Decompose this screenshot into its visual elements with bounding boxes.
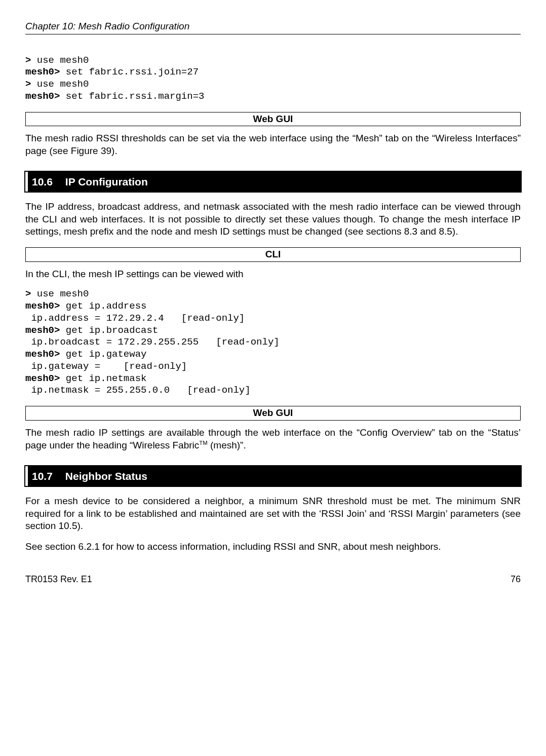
prompt: > (25, 55, 31, 66)
cli-text: set fabric.rssi.join=27 (60, 66, 199, 78)
prompt: mesh0> (25, 325, 60, 336)
prompt: > (25, 288, 31, 299)
prompt: mesh0> (25, 300, 60, 312)
prompt: mesh0> (25, 91, 60, 102)
paragraph: For a mesh device to be considered a nei… (25, 495, 521, 533)
section-heading-10-7: 10.7 Neighbor Status (25, 466, 521, 486)
section-number: 10.6 (32, 175, 62, 188)
paragraph: See section 6.2.1 for how to access info… (25, 541, 521, 553)
section-title: IP Configuration (65, 176, 148, 187)
section-number: 10.7 (32, 469, 62, 483)
page-footer: TR0153 Rev. E1 76 (25, 574, 521, 585)
text-part: The mesh radio IP settings are available… (25, 427, 521, 450)
footer-page-number: 76 (511, 574, 521, 585)
cli-text: get ip.address (60, 300, 146, 312)
cli-output: ip.netmask = 255.255.0.0 [read-only] (25, 385, 251, 396)
prompt: > (25, 79, 31, 90)
prompt: mesh0> (25, 66, 60, 78)
header-rule (25, 34, 521, 34)
cli-block-1: > use mesh0 mesh0> set fabric.rssi.join=… (25, 55, 521, 103)
trademark-symbol: TM (199, 440, 207, 446)
cli-text: get ip.gateway (60, 349, 146, 360)
section-title: Neighbor Status (65, 470, 147, 482)
paragraph: In the CLI, the mesh IP settings can be … (25, 268, 521, 281)
cli-block-2: > use mesh0 mesh0> get ip.address ip.add… (25, 288, 521, 397)
cli-output: ip.broadcast = 172.29.255.255 [read-only… (25, 336, 280, 348)
paragraph: The mesh radio RSSI thresholds can be se… (25, 132, 521, 157)
cli-text: use mesh0 (31, 288, 89, 299)
paragraph: The IP address, broadcast address, and n… (25, 201, 521, 238)
footer-doc-id: TR0153 Rev. E1 (25, 574, 92, 585)
cli-text: set fabric.rssi.margin=3 (60, 91, 204, 102)
cli-text: use mesh0 (31, 55, 89, 66)
prompt: mesh0> (25, 349, 60, 360)
web-gui-header-1: Web GUI (25, 112, 521, 127)
section-heading-10-6: 10.6 IP Configuration (25, 172, 521, 192)
cli-text: use mesh0 (31, 79, 89, 90)
prompt: mesh0> (25, 373, 60, 384)
cli-text: get ip.broadcast (60, 325, 158, 336)
cli-header: CLI (25, 247, 521, 262)
chapter-header: Chapter 10: Mesh Radio Configuration (25, 20, 521, 33)
web-gui-header-2: Web GUI (25, 406, 521, 421)
text-part: (mesh)”. (208, 440, 246, 450)
cli-output: ip.gateway = [read-only] (25, 361, 187, 372)
paragraph: The mesh radio IP settings are available… (25, 427, 521, 452)
cli-output: ip.address = 172.29.2.4 [read-only] (25, 313, 245, 324)
cli-text: get ip.netmask (60, 373, 146, 384)
